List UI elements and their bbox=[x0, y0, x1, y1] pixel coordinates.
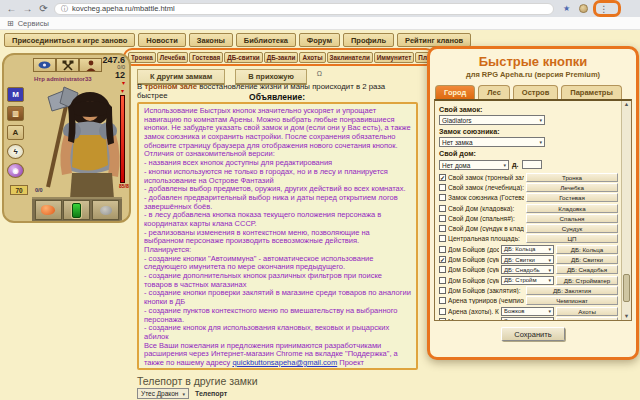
quick-tab-button[interactable]: Гостевая bbox=[189, 52, 223, 63]
character-sidebar: 247.6 0/0 12 ▾ Нтр administrator33 М bbox=[2, 53, 131, 223]
magic-orb-icon[interactable]: ◉ bbox=[7, 163, 24, 178]
lightning-icon[interactable]: ϟ bbox=[7, 144, 24, 159]
popup-title: Быстрые кнопки bbox=[430, 54, 636, 69]
mail-icon[interactable]: М bbox=[7, 87, 24, 102]
row-label: Замок союзника (Гостевая): bbox=[448, 194, 524, 201]
teleport-castle-select[interactable]: Утес Дракон ▾ bbox=[137, 388, 189, 399]
site-nav-button[interactable]: Форум bbox=[299, 33, 340, 47]
character-button[interactable] bbox=[79, 58, 102, 72]
row-checkbox[interactable] bbox=[439, 215, 446, 222]
quick-tab-button[interactable]: Ахоты bbox=[299, 52, 325, 63]
row-checkbox[interactable] bbox=[439, 308, 446, 315]
row-action-button[interactable]: Заклинатели bbox=[556, 317, 618, 321]
row-checkbox[interactable] bbox=[439, 297, 446, 304]
player-name[interactable]: Нтр administrator33 bbox=[34, 76, 92, 82]
row-checkbox[interactable] bbox=[439, 194, 446, 201]
quick-tab-button[interactable]: Заклинатели bbox=[327, 52, 373, 63]
row-checkbox[interactable] bbox=[439, 205, 446, 212]
row-checkbox[interactable] bbox=[439, 287, 446, 294]
view-button[interactable] bbox=[33, 58, 56, 72]
bookmark-services[interactable]: Сервисы bbox=[18, 19, 49, 28]
row-action-button[interactable]: ЦП bbox=[526, 234, 618, 243]
quick-button-row: ✓Свой замок (тронный зал):Тронка bbox=[439, 172, 618, 182]
quick-tab-button[interactable]: Тронка bbox=[128, 52, 156, 63]
quick-button-row: Свой замок (лечебница):Лечебка bbox=[439, 182, 618, 192]
save-button[interactable]: Сохранить bbox=[501, 327, 565, 341]
row-checkbox[interactable]: ✓ bbox=[439, 174, 446, 181]
site-nav-button[interactable]: Присоединиться к игре заново bbox=[4, 33, 135, 47]
quick-tab-button[interactable]: ДБ-закли bbox=[264, 52, 299, 63]
house-number-input[interactable] bbox=[522, 160, 542, 169]
row-action-button[interactable]: ДБ: Стройматер bbox=[556, 276, 618, 285]
row-action-button[interactable]: ДБ: Кольца bbox=[556, 245, 618, 254]
back-icon[interactable]: ← bbox=[6, 4, 17, 14]
site-nav-button[interactable]: Библиотека bbox=[236, 33, 296, 47]
row-select[interactable]: ДБ: Кольца▾ bbox=[501, 245, 554, 254]
apps-grid-icon[interactable]: ⊞ bbox=[7, 19, 14, 28]
item-slot[interactable] bbox=[92, 200, 119, 220]
popup-tab-Параметры[interactable]: Параметры bbox=[561, 85, 622, 99]
own-castle-select[interactable]: Gladiators▾ bbox=[439, 115, 545, 125]
chevron-down-icon: ▾ bbox=[539, 117, 542, 123]
row-action-button[interactable]: Тронка bbox=[526, 173, 618, 182]
quick-tab-button[interactable]: Лечебка bbox=[157, 52, 188, 63]
scroll-up-icon[interactable]: ▲ bbox=[624, 101, 629, 108]
site-nav-button[interactable]: Профиль bbox=[343, 33, 394, 47]
site-nav-button[interactable]: Законы bbox=[189, 33, 233, 47]
row-checkbox[interactable] bbox=[439, 225, 446, 232]
row-select[interactable]: ДБ: Снадобь▾ bbox=[501, 265, 554, 274]
abilities-icon[interactable]: A bbox=[7, 125, 24, 140]
row-checkbox[interactable]: ✓ bbox=[439, 256, 446, 263]
row-select[interactable]: Божков▾ bbox=[501, 307, 554, 316]
ally-castle-value: Нет замка bbox=[442, 139, 473, 146]
row-checkbox[interactable] bbox=[439, 246, 446, 253]
row-label: Арена (ахоты). Комната bbox=[448, 308, 499, 315]
support-email-link[interactable]: quickbuttonsapeha@gmail.com bbox=[232, 358, 337, 367]
row-action-button[interactable]: Кладовка bbox=[526, 204, 618, 213]
bookmark-star-icon[interactable]: ★ bbox=[563, 4, 570, 13]
own-house-select[interactable]: Нет дома▾ bbox=[439, 160, 509, 170]
popup-tab-Остров[interactable]: Остров bbox=[513, 85, 558, 99]
forward-icon[interactable]: → bbox=[22, 4, 33, 14]
row-checkbox[interactable] bbox=[439, 277, 446, 284]
ally-castle-select[interactable]: Нет замка▾ bbox=[439, 137, 545, 147]
reload-icon[interactable]: ⟳ bbox=[38, 4, 49, 14]
row-select[interactable]: ДБ: Свитки▾ bbox=[501, 255, 554, 264]
site-info-icon[interactable]: ⓘ bbox=[61, 4, 68, 14]
row-action-button[interactable]: Лечебка bbox=[526, 183, 618, 192]
row-checkbox[interactable] bbox=[439, 318, 446, 321]
row-action-button[interactable]: ДБ: Свитки bbox=[556, 255, 618, 264]
row-action-button[interactable]: Чемпионат bbox=[526, 296, 618, 305]
popup-tab-Лес[interactable]: Лес bbox=[478, 85, 510, 99]
teleport-button[interactable]: Телепорт bbox=[195, 390, 227, 397]
popup-tab-Город[interactable]: Город bbox=[435, 85, 475, 99]
row-action-button[interactable]: ДБ: Снадобья bbox=[556, 265, 618, 274]
address-bar[interactable]: ⓘ kovcheg.apeha.ru/mbattle.html bbox=[54, 3, 554, 15]
site-nav-button[interactable]: Рейтинг кланов bbox=[397, 33, 471, 47]
row-select[interactable]: ДБ: Стройм▾ bbox=[501, 276, 554, 285]
row-select[interactable]: Заклинатели▾ bbox=[501, 317, 554, 321]
url-text: kovcheg.apeha.ru/mbattle.html bbox=[72, 4, 175, 13]
chrome-menu-icon[interactable]: ⋮ bbox=[599, 4, 608, 14]
popup-scrollbar[interactable]: ▲ ▼ bbox=[621, 101, 631, 320]
site-nav-button[interactable]: Новости bbox=[138, 33, 185, 47]
quick-tab-button[interactable]: ДБ-свитки bbox=[224, 52, 262, 63]
row-action-button[interactable]: Спальня bbox=[526, 214, 618, 223]
row-action-button[interactable]: ДБ: Заклятия bbox=[526, 286, 618, 295]
row-action-button[interactable]: Ахоты bbox=[556, 307, 618, 316]
inventory-chest-icon[interactable]: ▥ bbox=[7, 106, 24, 121]
row-checkbox[interactable] bbox=[439, 266, 446, 273]
row-checkbox[interactable] bbox=[439, 184, 446, 191]
quick-tab-button[interactable]: Иммунитет bbox=[374, 52, 415, 63]
scroll-thumb[interactable] bbox=[623, 274, 630, 302]
row-action-button[interactable]: Гостевая bbox=[526, 193, 618, 202]
item-slot[interactable] bbox=[35, 200, 62, 220]
hp-bar bbox=[120, 95, 125, 183]
row-action-button[interactable]: Сундук bbox=[526, 224, 618, 233]
tools-button[interactable] bbox=[56, 58, 79, 72]
scroll-down-icon[interactable]: ▼ bbox=[624, 313, 629, 320]
teleport-title: Телепорт в другие замки bbox=[137, 375, 258, 387]
extension-icon[interactable] bbox=[575, 3, 591, 15]
item-slot[interactable] bbox=[63, 200, 90, 220]
row-checkbox[interactable] bbox=[439, 235, 446, 242]
